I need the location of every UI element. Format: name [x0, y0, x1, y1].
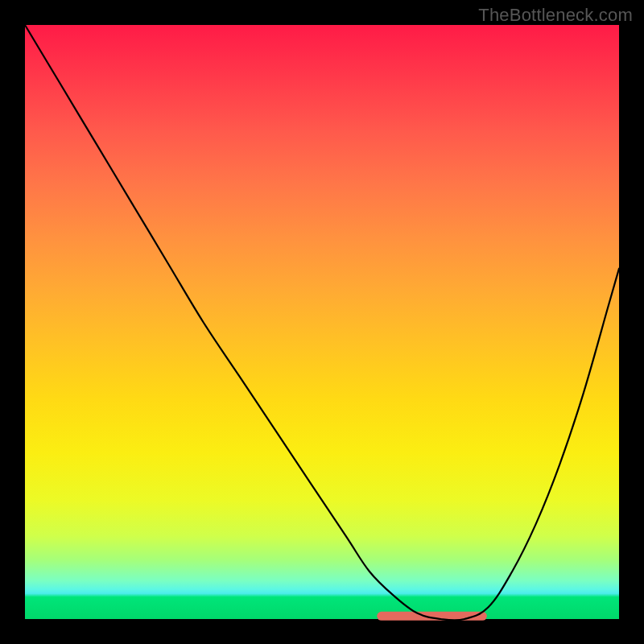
- plot-area: [25, 25, 619, 619]
- chart-frame: TheBottleneck.com: [0, 0, 644, 644]
- bottleneck-curve: [25, 25, 619, 621]
- watermark-text: TheBottleneck.com: [478, 5, 633, 26]
- curve-svg: [25, 25, 619, 619]
